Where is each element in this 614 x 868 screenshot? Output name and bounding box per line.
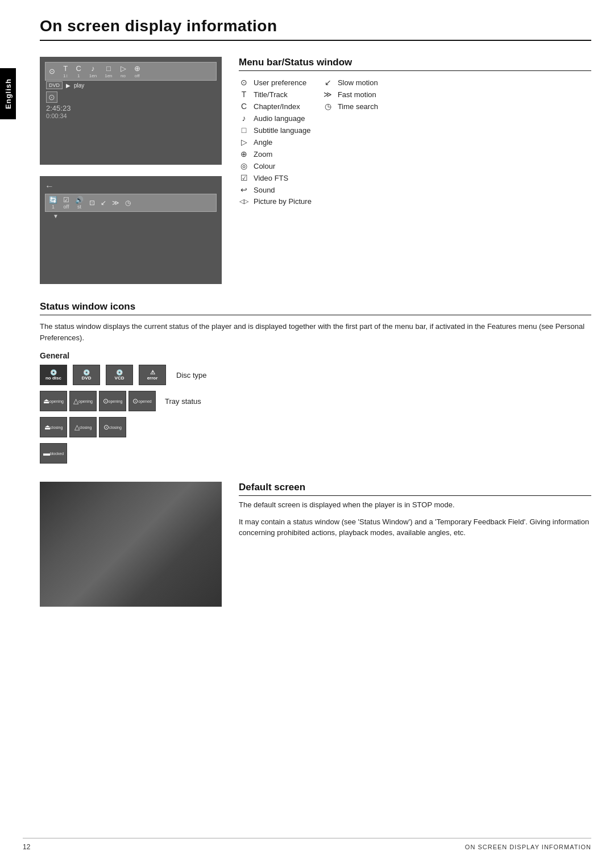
- page-footer: 12 ON SCREEN DISPLAY INFORMATION: [23, 838, 591, 851]
- menu-items-col2: ↙ Slow motion ≫ Fast motion ◷ Time searc…: [323, 78, 378, 206]
- menu-item-user-preference: ⊙ User preference: [239, 78, 312, 87]
- status-window-description: The status window displays the current s…: [40, 321, 591, 343]
- menu-item-sound: ↩ Sound: [239, 185, 312, 194]
- status-icon-1: 🔄 1: [49, 196, 57, 210]
- picture-by-picture-label: Picture by Picture: [254, 197, 312, 206]
- tray-box-closing1: ⏏ closing: [40, 417, 67, 437]
- menu-bar-heading: Menu bar/Status window: [239, 57, 591, 71]
- top-section: ⊙ T 1↕ C 1 ♪ 1en: [40, 57, 591, 284]
- disc-icon-no-disc: 💿 no disc: [40, 365, 67, 385]
- dvd-badge: DVD: [46, 81, 63, 89]
- page-title: On screen display information: [40, 17, 591, 35]
- footer-title: ON SCREEN DISPLAY INFORMATION: [465, 844, 591, 850]
- menu-bar-icon-1: ⊙: [49, 67, 55, 76]
- menu-item-angle: ▷ Angle: [239, 137, 312, 147]
- disc-icon-dvd: 💿 DVD: [73, 365, 100, 385]
- status-sub-arrow: ▼: [45, 213, 217, 219]
- menu-bar-icon-2: T 1↕: [63, 64, 68, 78]
- disc-type-label: Disc type: [176, 371, 206, 379]
- menu-item-zoom: ⊕ Zoom: [239, 149, 312, 158]
- audio-language-label: Audio language: [254, 114, 305, 123]
- left-arrow-icon: ←: [45, 181, 54, 191]
- tray-box-closing3: ⊙ closing: [99, 417, 126, 437]
- disc-icon-vcd: 💿 VCD: [106, 365, 133, 385]
- menu-item-colour: ◎ Colour: [239, 161, 312, 170]
- status-window-heading: Status window icons: [40, 301, 591, 315]
- fast-motion-label: Fast motion: [338, 90, 376, 99]
- menu-item-video-fts: ☑ Video FTS: [239, 173, 312, 182]
- slow-motion-label: Slow motion: [338, 78, 378, 87]
- menu-item-picture-by-picture: ◁▷ Picture by Picture: [239, 197, 312, 206]
- colour-icon: ◎: [239, 161, 249, 170]
- sidebar-english-tab: English: [0, 68, 16, 119]
- footer-page-number: 12: [23, 843, 30, 851]
- status-arrow-row: ←: [45, 181, 217, 191]
- status-bar-screenshot: ← 🔄 1 ☑ off 🔊 st: [40, 176, 222, 284]
- dvd-status-icon: ⊙: [46, 93, 57, 102]
- menu-bar-icon-5: □ 1en: [105, 64, 112, 78]
- user-preference-icon: ⊙: [239, 78, 249, 87]
- menu-bar-icon-7: ⊕ off: [134, 64, 140, 78]
- tray-status-label: Tray status: [165, 397, 201, 406]
- default-screen-heading: Default screen: [239, 482, 591, 496]
- tray-box-closing2: △ closing: [69, 417, 97, 437]
- menu-item-fast-motion: ≫ Fast motion: [323, 90, 378, 99]
- status-icon-6: ≫: [112, 199, 119, 207]
- default-screen-image: [40, 482, 222, 607]
- angle-icon: ▷: [239, 137, 249, 147]
- menu-bar-display: ⊙ T 1↕ C 1 ♪ 1en: [45, 62, 217, 81]
- default-screen-section: Default screen The default screen is dis…: [40, 482, 591, 607]
- menu-item-title-track: T Title/Track: [239, 90, 312, 99]
- general-label: General: [40, 351, 591, 360]
- menu-item-subtitle-language: □ Subtitle language: [239, 126, 312, 135]
- dvd-info-row: DVD ▶ play: [46, 81, 84, 89]
- default-screen-desc1: The default screen is displayed when the…: [239, 499, 591, 511]
- main-content: On screen display information ⊙ T 1↕: [23, 0, 614, 629]
- menu-item-audio-language: ♪ Audio language: [239, 114, 312, 123]
- menu-items-layout: ⊙ User preference T Title/Track C Chapte…: [239, 78, 591, 206]
- tray-closing-row: ⏏ closing △ closing ⊙ closing: [40, 417, 591, 437]
- tray-box-opening1: ⏏ opening: [40, 391, 67, 411]
- colour-label: Colour: [254, 162, 275, 170]
- zoom-label: Zoom: [254, 150, 272, 158]
- sidebar-label: English: [4, 78, 13, 109]
- menu-bar-screenshot: ⊙ T 1↕ C 1 ♪ 1en: [40, 57, 222, 165]
- angle-label: Angle: [254, 138, 272, 147]
- tray-blocked-row: ▬ blocked: [40, 443, 591, 464]
- dvd-time2: 0:00:34: [46, 112, 70, 119]
- subtitle-language-label: Subtitle language: [254, 126, 310, 135]
- tray-box-opening2: △ opening: [69, 391, 97, 411]
- tray-status-grid: ⏏ opening △ opening ⊙ opening ⊙ opened T…: [40, 391, 591, 466]
- status-bar-display: ← 🔄 1 ☑ off 🔊 st: [40, 177, 221, 283]
- dvd-screen: ⊙ T 1↕ C 1 ♪ 1en: [40, 57, 221, 164]
- play-label: play: [74, 82, 84, 89]
- tray-box-blocked: ▬ blocked: [40, 443, 67, 464]
- zoom-icon: ⊕: [239, 149, 249, 158]
- sound-label: Sound: [254, 186, 275, 194]
- video-fts-label: Video FTS: [254, 174, 288, 182]
- menu-item-time-search: ◷ Time search: [323, 102, 378, 111]
- status-icons-row: 🔄 1 ☑ off 🔊 st ⊡: [45, 194, 217, 212]
- time-search-label: Time search: [338, 102, 378, 111]
- tray-box-opened: ⊙ opened: [128, 391, 156, 411]
- chapter-index-icon: C: [239, 102, 249, 111]
- audio-language-icon: ♪: [239, 114, 249, 123]
- title-rule: [40, 40, 591, 41]
- dvd-time-display: 2:45:23 0:00:34: [46, 104, 70, 119]
- tray-opening-row: ⏏ opening △ opening ⊙ opening ⊙ opened T…: [40, 391, 591, 411]
- tray-box-opening3: ⊙ opening: [99, 391, 126, 411]
- menu-item-slow-motion: ↙ Slow motion: [323, 78, 378, 87]
- menu-bar-icon-4: ♪ 1en: [89, 64, 97, 78]
- default-screen-screenshot: [40, 482, 222, 607]
- status-icon-4: ⊡: [89, 199, 95, 207]
- status-icon-3: 🔊 st: [75, 196, 84, 210]
- title-track-label: Title/Track: [254, 90, 288, 99]
- menu-bar-icon-6: ▷ no: [121, 64, 126, 78]
- slow-motion-icon: ↙: [323, 78, 333, 87]
- title-track-icon: T: [239, 90, 249, 99]
- subtitle-language-icon: □: [239, 126, 249, 135]
- chapter-index-label: Chapter/Index: [254, 102, 300, 111]
- default-screen-desc2: It may contain a status window (see 'Sta…: [239, 516, 591, 539]
- menu-item-chapter-index: C Chapter/Index: [239, 102, 312, 111]
- time-search-icon: ◷: [323, 102, 333, 111]
